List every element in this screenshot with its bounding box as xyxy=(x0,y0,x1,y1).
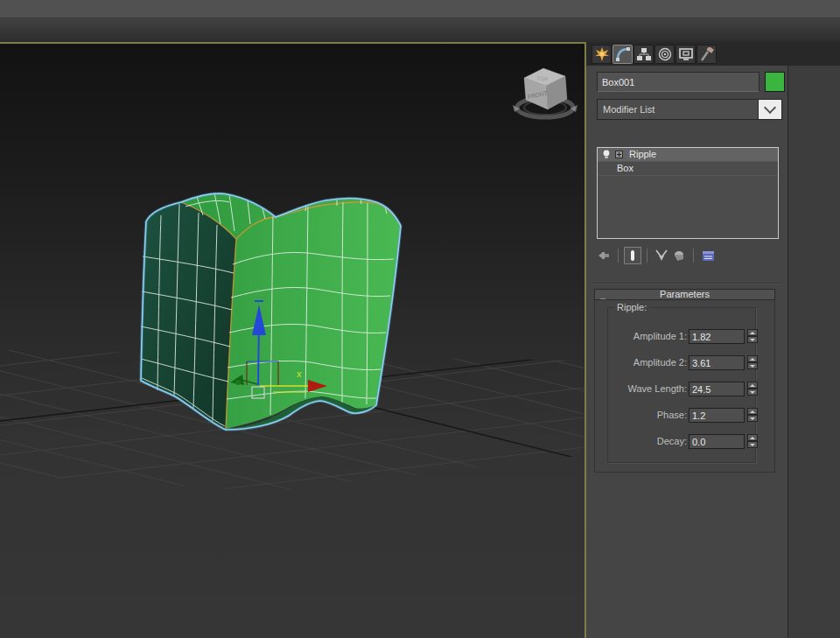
make-unique-button[interactable] xyxy=(653,247,670,264)
menu-bar xyxy=(0,0,840,18)
collapse-icon: _ xyxy=(598,290,608,299)
rippled-box-object[interactable] xyxy=(141,193,401,430)
modifier-stack-toolbar xyxy=(595,245,782,266)
spinner-up-button[interactable] xyxy=(747,408,758,415)
expand-plus-icon[interactable] xyxy=(615,151,623,158)
display-icon xyxy=(679,47,693,61)
toolbar-separator xyxy=(618,249,619,263)
show-end-result-button[interactable] xyxy=(624,247,641,264)
param-row-phase: Phase: xyxy=(608,408,757,423)
modifier-stack-list: Ripple Box xyxy=(597,147,779,239)
modifier-stack-item-ripple[interactable]: Ripple xyxy=(598,148,778,162)
spinner-down-button[interactable] xyxy=(747,441,758,448)
modify-panel: Modifier List Ripple Box xyxy=(586,66,788,638)
ripple-group-box: Ripple: Amplitude 1: Amplitude 2: xyxy=(607,307,756,463)
amplitude-2-input[interactable] xyxy=(689,355,745,370)
utilities-icon xyxy=(700,47,714,61)
gizmo-x-label: x xyxy=(297,368,302,379)
spinner-up-button[interactable] xyxy=(747,329,758,336)
spinner-down-button[interactable] xyxy=(747,389,758,396)
amplitude-2-label: Amplitude 2: xyxy=(634,357,687,368)
decay-spinner xyxy=(747,434,758,449)
spinner-up-button[interactable] xyxy=(747,434,758,441)
spinner-up-button[interactable] xyxy=(747,382,758,389)
command-panel-tabs xyxy=(586,42,840,66)
hierarchy-icon xyxy=(637,47,651,61)
param-row-amplitude-2: Amplitude 2: xyxy=(608,355,757,370)
pin-stack-button[interactable] xyxy=(595,247,612,264)
spinner-down-button[interactable] xyxy=(747,362,758,369)
spinner-down-button[interactable] xyxy=(747,336,758,343)
command-panel: Modifier List Ripple Box xyxy=(586,42,840,638)
decay-label: Decay: xyxy=(657,436,687,446)
main-toolbar xyxy=(0,18,840,43)
tab-display[interactable] xyxy=(676,45,696,64)
parameters-rollout-header[interactable]: _ Parameters xyxy=(594,289,775,300)
base-object-name: Box xyxy=(617,162,634,175)
toolbar-separator xyxy=(693,249,694,263)
motion-icon xyxy=(658,47,672,61)
phase-input[interactable] xyxy=(689,408,745,423)
modifier-list-dropdown-button[interactable] xyxy=(758,100,781,119)
configure-modifier-sets-icon xyxy=(702,250,715,262)
amplitude-1-spinner xyxy=(747,329,758,344)
phase-label: Phase: xyxy=(657,410,687,420)
modifier-name: Ripple xyxy=(629,148,656,161)
lightbulb-icon xyxy=(602,150,611,159)
panel-divider xyxy=(590,283,782,284)
toolbar-separator xyxy=(647,249,648,263)
wave-length-spinner xyxy=(747,382,758,396)
param-row-decay: Decay: xyxy=(608,434,757,449)
tab-create[interactable] xyxy=(592,45,612,64)
modifier-list-label: Modifier List xyxy=(603,104,654,115)
chevron-down-icon xyxy=(764,102,776,114)
parameters-rollout: _ Parameters Ripple: Amplitude 1: xyxy=(594,289,775,473)
3dsmax-window: x TOP xyxy=(0,0,840,638)
modifier-stack-item-box[interactable]: Box xyxy=(598,162,778,176)
object-name-input[interactable] xyxy=(597,72,760,92)
amplitude-2-spinner xyxy=(747,355,758,370)
wave-length-label: Wave Length: xyxy=(628,383,687,394)
param-row-amplitude-1: Amplitude 1: xyxy=(608,329,757,344)
modify-icon xyxy=(616,47,630,61)
param-row-wave-length: Wave Length: xyxy=(608,382,757,396)
parameters-rollout-body: Ripple: Amplitude 1: Amplitude 2: xyxy=(594,300,775,473)
modifier-list-dropdown[interactable]: Modifier List xyxy=(597,99,782,120)
remove-modifier-icon xyxy=(673,250,685,262)
spinner-down-button[interactable] xyxy=(747,415,758,422)
box-left-face xyxy=(141,202,236,429)
decay-input[interactable] xyxy=(689,434,745,449)
spinner-up-button[interactable] xyxy=(747,355,758,362)
perspective-viewport[interactable]: x TOP xyxy=(0,44,584,638)
tab-utilities[interactable] xyxy=(696,45,717,64)
phase-spinner xyxy=(747,408,758,423)
ripple-group-label: Ripple: xyxy=(614,302,649,312)
remove-modifier-button[interactable] xyxy=(670,247,688,264)
create-icon xyxy=(595,47,609,61)
object-color-swatch[interactable] xyxy=(765,72,785,92)
show-end-result-icon xyxy=(628,249,637,262)
viewport-scene: x TOP xyxy=(0,44,584,638)
tab-motion[interactable] xyxy=(654,45,675,64)
pin-stack-icon xyxy=(598,250,610,261)
amplitude-1-input[interactable] xyxy=(689,329,745,344)
amplitude-1-label: Amplitude 1: xyxy=(634,331,687,341)
rollout-title: Parameters xyxy=(660,289,710,299)
wave-length-input[interactable] xyxy=(689,382,745,396)
make-unique-icon xyxy=(654,249,668,262)
tab-hierarchy[interactable] xyxy=(634,45,654,64)
viewcube[interactable]: TOP FRONT xyxy=(513,68,578,117)
tab-modify[interactable] xyxy=(612,45,633,64)
panel-right-margin xyxy=(788,66,840,638)
configure-modifier-sets-button[interactable] xyxy=(699,247,717,264)
